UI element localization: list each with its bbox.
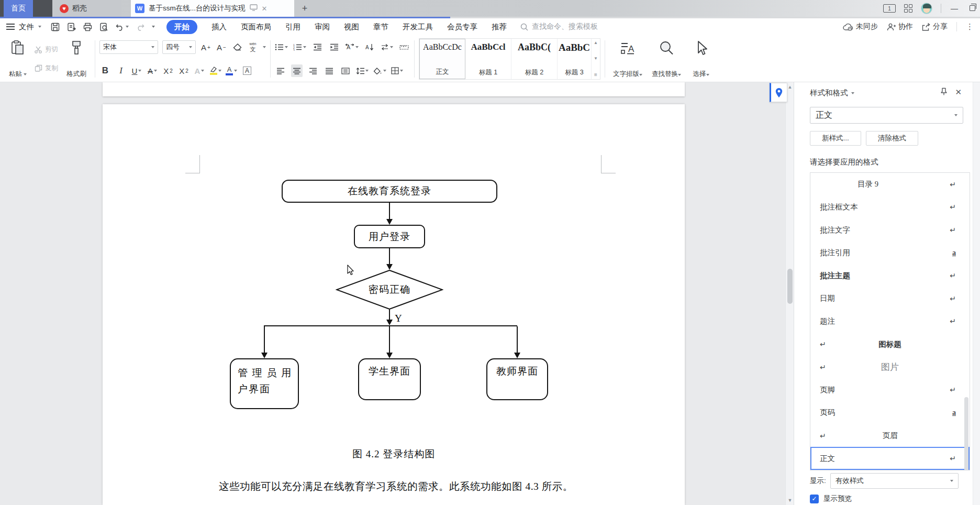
flowchart-admin-node[interactable]: 管 理 员 用户界面 bbox=[230, 358, 299, 409]
document-tab[interactable]: W 基于ssm在线...台的设计与实现 ✕ bbox=[131, 0, 294, 17]
sort-button[interactable]: A bbox=[364, 41, 375, 53]
text-layout-button[interactable]: A 文字排版 bbox=[608, 38, 647, 80]
align-center-button[interactable] bbox=[291, 64, 303, 77]
collaborate-button[interactable]: 协作 bbox=[887, 22, 913, 31]
scrollbar-thumb[interactable] bbox=[787, 269, 793, 304]
style-item-caption[interactable]: 题注↵ bbox=[810, 310, 970, 333]
bullets-button[interactable] bbox=[275, 41, 288, 53]
align-left-button[interactable] bbox=[275, 64, 286, 77]
highlight-color-button[interactable] bbox=[209, 64, 221, 77]
style-heading3-cell[interactable]: AaBbC 标题 3 bbox=[558, 39, 591, 79]
print-button[interactable] bbox=[83, 23, 92, 31]
tab-section[interactable]: 章节 bbox=[373, 22, 388, 32]
gallery-down-icon[interactable]: ▼ bbox=[594, 56, 598, 61]
flowchart-teacher-node[interactable]: 教师界面 bbox=[486, 358, 548, 400]
font-name-combo[interactable]: 宋体 bbox=[99, 40, 158, 54]
flowchart-login-node[interactable]: 用户登录 bbox=[354, 225, 425, 248]
docer-tab[interactable]: ♥ 稻壳 bbox=[52, 0, 121, 17]
style-normal-cell[interactable]: AaBbCcDc 正文 bbox=[419, 39, 465, 79]
superscript-button[interactable]: X2 bbox=[162, 64, 174, 77]
tab-review[interactable]: 审阅 bbox=[315, 22, 330, 32]
panel-title[interactable]: 样式和格式 bbox=[810, 88, 854, 98]
numbering-button[interactable]: 123 bbox=[293, 41, 306, 53]
style-item-picture[interactable]: 图片↵ bbox=[810, 356, 970, 379]
text-effects-button[interactable]: A bbox=[194, 64, 205, 77]
shading-button[interactable] bbox=[373, 64, 386, 77]
style-heading2-cell[interactable]: AaBbC( 标题 2 bbox=[511, 39, 558, 79]
new-tab-button[interactable]: + bbox=[298, 2, 311, 15]
increase-indent-button[interactable] bbox=[328, 41, 340, 53]
align-right-button[interactable] bbox=[307, 64, 319, 77]
paste-button[interactable]: 粘贴 bbox=[4, 38, 31, 80]
clear-format-button[interactable]: 清除格式 bbox=[866, 131, 918, 146]
justify-button[interactable] bbox=[324, 64, 335, 77]
redo-button[interactable] bbox=[136, 23, 144, 31]
style-item-comment-reference[interactable]: 批注引用a bbox=[810, 241, 970, 265]
pin-panel-icon[interactable] bbox=[940, 87, 948, 96]
strikethrough-button[interactable]: A bbox=[147, 64, 158, 77]
borders-button[interactable] bbox=[391, 64, 403, 77]
clear-format-button[interactable] bbox=[231, 41, 243, 53]
undo-button[interactable] bbox=[116, 23, 129, 31]
document-page[interactable]: 在线教育系统登录 用户登录 密码正确 Y bbox=[103, 104, 685, 505]
tab-recommend[interactable]: 推荐 bbox=[492, 22, 507, 32]
flowchart-start-node[interactable]: 在线教育系统登录 bbox=[282, 180, 497, 203]
style-item-toc9[interactable]: 目录 9↵ bbox=[810, 173, 970, 196]
window-arrange-icon[interactable]: 1 bbox=[883, 4, 896, 13]
user-avatar[interactable] bbox=[921, 3, 932, 14]
navigation-pin-button[interactable] bbox=[770, 83, 787, 102]
sync-status-button[interactable]: 未同步 bbox=[843, 22, 878, 31]
share-button[interactable]: 分享 bbox=[922, 22, 948, 31]
cut-button[interactable]: 剪切 bbox=[35, 45, 58, 54]
style-item-balloon-text[interactable]: 批注框文本↵ bbox=[810, 196, 970, 219]
command-search-box[interactable]: 查找命令、搜索模板 bbox=[520, 22, 598, 31]
close-panel-icon[interactable]: ✕ bbox=[955, 87, 962, 97]
tab-stops-button[interactable] bbox=[398, 41, 410, 53]
gallery-more-icon[interactable]: ≡ bbox=[594, 72, 597, 78]
find-replace-button[interactable]: 查找替换 bbox=[647, 38, 686, 80]
document-scrollbar[interactable]: ▲ ▼ bbox=[785, 82, 794, 505]
bold-button[interactable]: B bbox=[99, 64, 111, 77]
copy-button[interactable]: 复制 bbox=[35, 64, 58, 73]
style-item-page-number[interactable]: 页码a bbox=[810, 401, 970, 424]
style-item-footer[interactable]: 页脚↵ bbox=[810, 378, 970, 401]
tab-page-layout[interactable]: 页面布局 bbox=[241, 22, 271, 32]
screen-share-icon[interactable] bbox=[250, 4, 258, 13]
show-preview-checkbox[interactable]: ✓ bbox=[810, 495, 819, 503]
pinyin-guide-button[interactable]: wén文 bbox=[247, 41, 259, 53]
undo-dropdown-icon[interactable] bbox=[126, 26, 129, 28]
style-item-figure-title[interactable]: 图标题↵ bbox=[810, 333, 970, 356]
document-canvas[interactable]: 在线教育系统登录 用户登录 密码正确 Y bbox=[0, 82, 785, 505]
character-border-button[interactable]: A bbox=[241, 64, 253, 77]
increase-font-button[interactable]: A+ bbox=[200, 41, 211, 53]
decrease-font-button[interactable]: A− bbox=[216, 41, 227, 53]
font-color-button[interactable]: A bbox=[226, 64, 237, 77]
panel-scroll-strip[interactable] bbox=[973, 82, 980, 505]
distribute-button[interactable] bbox=[340, 64, 351, 77]
pinyin-dropdown-icon[interactable] bbox=[263, 46, 266, 48]
subscript-button[interactable]: X2 bbox=[178, 64, 190, 77]
customize-quickbar-icon[interactable] bbox=[152, 26, 155, 28]
tab-dev-tools[interactable]: 开发工具 bbox=[403, 22, 433, 32]
line-spacing-button[interactable] bbox=[356, 64, 369, 77]
show-filter-combo[interactable]: 有效样式 bbox=[830, 473, 959, 489]
decrease-indent-button[interactable] bbox=[311, 41, 323, 53]
scroll-down-icon[interactable]: ▼ bbox=[786, 498, 794, 503]
minimize-button[interactable]: — bbox=[950, 4, 959, 13]
underline-button[interactable]: U bbox=[131, 64, 142, 77]
tab-close-icon[interactable]: ✕ bbox=[262, 5, 268, 13]
style-item-date[interactable]: 日期↵ bbox=[810, 287, 970, 310]
print-preview-button[interactable] bbox=[99, 23, 108, 31]
text-direction-button[interactable] bbox=[381, 41, 393, 53]
tab-insert[interactable]: 插入 bbox=[211, 22, 227, 32]
style-item-header[interactable]: 页眉↵ bbox=[810, 424, 970, 447]
gallery-up-icon[interactable]: ▲ bbox=[594, 40, 598, 45]
tab-references[interactable]: 引用 bbox=[285, 22, 300, 32]
tab-home[interactable]: 开始 bbox=[166, 20, 197, 34]
home-tab[interactable]: 首页 bbox=[4, 0, 33, 17]
file-menu[interactable]: 文件 bbox=[6, 22, 41, 32]
italic-button[interactable]: I bbox=[115, 64, 127, 77]
current-style-combo[interactable]: 正文 bbox=[810, 107, 963, 124]
style-item-comment-text[interactable]: 批注文字↵ bbox=[810, 218, 970, 241]
select-button[interactable]: 选择 bbox=[686, 38, 716, 80]
